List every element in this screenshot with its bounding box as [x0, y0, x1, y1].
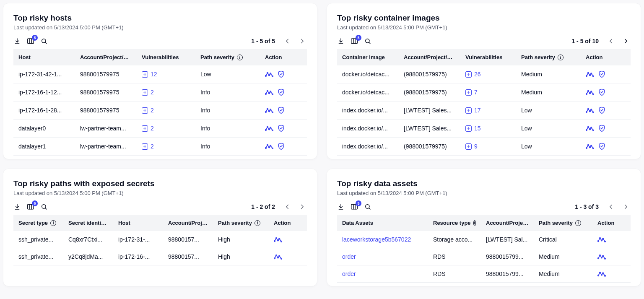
vuln-expand[interactable]: 26 — [465, 71, 511, 78]
columns-icon[interactable]: 5 — [27, 37, 34, 45]
shield-action-icon[interactable] — [278, 88, 285, 96]
vuln-expand[interactable]: 17 — [465, 107, 511, 114]
search-icon[interactable] — [364, 37, 371, 45]
path-action-icon[interactable] — [586, 107, 594, 114]
info-icon[interactable]: i — [237, 55, 243, 60]
path-action-icon[interactable] — [586, 71, 594, 78]
pager-prev[interactable] — [283, 36, 292, 46]
svg-point-81 — [602, 273, 604, 274]
shield-action-icon[interactable] — [278, 143, 285, 150]
svg-point-51 — [589, 147, 591, 148]
cell-resource-type: RDS — [428, 248, 481, 265]
table-row: laceworkstorage5b567022 Storage acco... … — [337, 231, 631, 248]
info-icon[interactable]: i — [254, 220, 260, 226]
asset-link[interactable]: laceworkstorage5b567022 — [342, 236, 411, 243]
path-action-icon[interactable] — [597, 253, 606, 260]
download-icon[interactable] — [337, 203, 345, 211]
svg-point-57 — [276, 238, 277, 239]
cell-severity: Info — [195, 138, 260, 156]
pager-prev[interactable] — [283, 202, 292, 211]
vuln-expand[interactable]: 9 — [465, 143, 511, 150]
vuln-count: 17 — [474, 107, 481, 114]
shield-action-icon[interactable] — [278, 107, 285, 114]
cell-secret-id: y2Cq8jdMa... — [63, 248, 113, 265]
svg-point-49 — [586, 148, 587, 149]
plus-box-icon — [142, 71, 148, 78]
plus-box-icon — [465, 125, 472, 132]
info-icon[interactable]: i — [473, 220, 476, 226]
path-action-icon[interactable] — [265, 143, 273, 150]
cell-image: docker.io/detcac... — [337, 65, 399, 83]
search-icon[interactable] — [364, 203, 371, 211]
cell-severity: Low — [516, 101, 581, 120]
path-action-icon[interactable] — [265, 89, 273, 96]
download-icon[interactable] — [337, 37, 345, 45]
panel-risky-images: Top risky container images Last updated … — [327, 3, 641, 159]
cell-account: [LWTEST] Sales... — [399, 120, 460, 138]
pager-next[interactable] — [298, 202, 307, 211]
vuln-expand[interactable]: 2 — [142, 143, 190, 150]
shield-action-icon[interactable] — [598, 107, 605, 114]
asset-link[interactable]: order — [342, 253, 356, 260]
shield-action-icon[interactable] — [598, 70, 605, 78]
pager-prev[interactable] — [606, 202, 615, 211]
info-icon[interactable]: i — [558, 55, 564, 60]
cell-severity: Info — [195, 83, 260, 101]
path-action-icon[interactable] — [274, 236, 282, 243]
table-row: ssh_private... y2Cq8jdMa... ip-172-16-..… — [13, 248, 307, 265]
cell-account: 98800157... — [163, 248, 213, 265]
path-action-icon[interactable] — [597, 270, 606, 277]
path-action-icon[interactable] — [597, 236, 606, 243]
shield-action-icon[interactable] — [598, 125, 605, 132]
svg-point-69 — [600, 238, 601, 239]
vuln-expand[interactable]: 15 — [465, 125, 511, 132]
pager-next[interactable] — [298, 36, 307, 46]
vuln-expand[interactable]: 12 — [142, 71, 190, 78]
pager-prev[interactable] — [606, 36, 615, 46]
plus-box-icon — [142, 89, 148, 96]
svg-point-6 — [272, 76, 273, 77]
path-action-icon[interactable] — [265, 71, 273, 78]
table-row: ip-172-31-42-1... 988001579975 12 Low — [13, 65, 307, 83]
search-icon[interactable] — [40, 37, 48, 45]
svg-point-58 — [278, 240, 279, 241]
shield-action-icon[interactable] — [278, 125, 285, 132]
pager-next[interactable] — [621, 202, 631, 211]
svg-point-52 — [591, 145, 592, 146]
path-action-icon[interactable] — [586, 143, 594, 150]
columns-icon[interactable]: 5 — [351, 203, 358, 211]
svg-point-67 — [366, 205, 369, 208]
vuln-expand[interactable]: 7 — [465, 89, 511, 96]
columns-icon[interactable]: 5 — [351, 37, 358, 45]
shield-action-icon[interactable] — [598, 143, 605, 150]
svg-point-46 — [589, 129, 591, 130]
path-action-icon[interactable] — [265, 125, 273, 132]
path-action-icon[interactable] — [586, 89, 594, 96]
cell-account: 988001579975 — [75, 101, 137, 120]
shield-action-icon[interactable] — [278, 70, 285, 78]
download-icon[interactable] — [13, 203, 21, 211]
pager-text: 1 - 3 of 3 — [575, 203, 599, 210]
svg-point-63 — [278, 257, 279, 258]
download-icon[interactable] — [13, 37, 21, 45]
pager-next[interactable] — [621, 36, 631, 46]
path-action-icon[interactable] — [586, 125, 594, 132]
vuln-expand[interactable]: 2 — [142, 107, 190, 114]
svg-point-4 — [269, 75, 270, 76]
table-row: index.docker.io/... [LWTEST] Sales... 17… — [337, 101, 631, 120]
cell-resource-type: RDS — [428, 265, 481, 283]
path-action-icon[interactable] — [274, 253, 282, 260]
info-icon[interactable]: i — [575, 220, 581, 226]
vuln-count: 26 — [474, 71, 481, 78]
vuln-expand[interactable]: 2 — [142, 89, 190, 96]
svg-point-77 — [605, 258, 606, 260]
cell-image: docker.io/detcac... — [337, 83, 399, 101]
path-action-icon[interactable] — [265, 107, 273, 114]
cell-host: ip-172-16-1-28... — [13, 101, 75, 120]
vuln-expand[interactable]: 2 — [142, 125, 190, 132]
shield-action-icon[interactable] — [598, 88, 605, 96]
asset-link[interactable]: order — [342, 270, 356, 277]
columns-icon[interactable]: 6 — [27, 203, 34, 211]
search-icon[interactable] — [40, 203, 48, 211]
info-icon[interactable]: i — [50, 220, 56, 226]
